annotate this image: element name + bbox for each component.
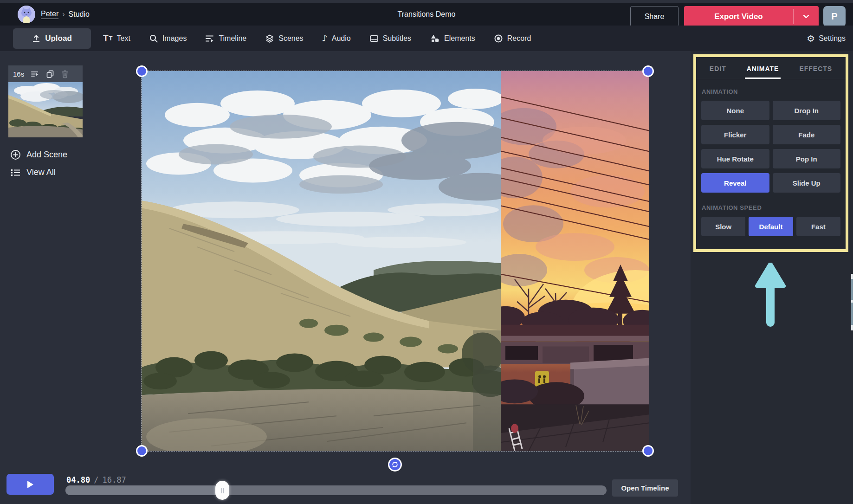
share-button[interactable]: Share [630,6,679,27]
header-bar: Transitions Demo Peter › Studio [0,3,853,26]
upload-label: Upload [45,34,72,43]
timeline-icon [205,34,214,43]
scene-reorder-icon[interactable] [31,70,39,78]
seek-bar[interactable] [65,485,607,495]
layers-icon [265,34,274,43]
animation-option-pop-in[interactable]: Pop In [773,149,841,168]
toolbar-item-label: Text [117,34,130,43]
animation-option-hue-rotate[interactable]: Hue Rotate [701,149,769,168]
toolbar-item-scenes[interactable]: Scenes [265,34,303,43]
toolbar-items: TT Text Images Tim [103,26,531,51]
top-strip [0,0,853,3]
inspector-tabs: EDIT ANIMATE EFFECTS [696,57,846,79]
settings-label: Settings [819,34,846,43]
toolbar-item-text[interactable]: TT Text [103,34,130,43]
tab-animate[interactable]: ANIMATE [745,58,781,79]
toolbar-item-label: Images [162,34,187,43]
upload-button[interactable]: Upload [13,28,91,49]
export-video-label: Export Video [684,6,793,27]
record-icon [494,34,503,43]
view-all-button[interactable]: View All [10,167,56,178]
breadcrumb: Peter › Studio [41,3,90,26]
open-timeline-button[interactable]: Open Timeline [612,479,678,497]
animation-heading: ANIMATION [702,88,846,95]
tab-edit[interactable]: EDIT [708,58,728,79]
toolbar-item-label: Scenes [278,34,303,43]
total-time: 16.87 [102,475,126,485]
scene-card-header: 16s [8,65,83,82]
animation-options: None Drop In Flicker Fade Hue Rotate Pop… [696,101,846,193]
export-video-button[interactable]: Export Video [684,6,819,27]
subtitles-icon [369,34,379,43]
breadcrumb-page: Studio [69,10,90,19]
list-icon [10,167,21,178]
animation-option-slide-up[interactable]: Slide Up [773,173,841,193]
profile-badge[interactable]: P [823,6,846,27]
speed-option-slow[interactable]: Slow [701,217,745,236]
speed-options: Slow Default Fast [696,217,846,236]
toolbar-item-images[interactable]: Images [149,34,187,43]
toolbar-item-elements[interactable]: Elements [430,34,475,43]
animation-option-flicker[interactable]: Flicker [701,125,769,144]
toolbar-item-label: Elements [444,34,475,43]
rotate-icon [391,461,399,468]
inspector-panel: EDIT ANIMATE EFFECTS ANIMATION None Drop… [693,54,848,252]
music-note-icon: ♪ [322,34,328,43]
cat-avatar-icon [18,6,35,23]
time-separator: / [94,475,98,485]
scene-card[interactable]: 16s [8,65,83,137]
current-time: 04.80 [66,475,90,485]
breadcrumb-separator: › [62,10,65,19]
scene-delete-icon[interactable] [61,70,69,78]
clipped-edge-element [851,274,853,330]
toolbar-item-subtitles[interactable]: Subtitles [369,34,411,43]
play-button[interactable] [6,474,54,495]
upload-icon [32,34,40,43]
text-icon: TT [103,34,113,43]
progress-played [65,485,222,495]
chevron-down-icon [803,14,809,19]
plus-circle-icon [10,149,21,160]
selection-handle-bottom-right[interactable] [642,445,654,457]
hills-photo-layer[interactable] [142,71,501,451]
selected-layer[interactable] [141,71,649,452]
scene-thumbnail[interactable] [8,82,83,137]
main-toolbar: Upload TT Text Images [0,26,853,51]
animation-option-fade[interactable]: Fade [773,125,841,144]
sunset-photo-layer[interactable] [501,71,649,451]
animation-option-none[interactable]: None [701,101,769,120]
animation-option-reveal[interactable]: Reveal [701,173,769,193]
view-all-label: View All [26,168,56,177]
scene-duration-badge: 16s [13,70,24,78]
gear-icon: ⚙ [807,34,815,43]
shapes-icon [430,34,440,43]
speed-option-default[interactable]: Default [749,217,793,236]
toolbar-item-label: Record [507,34,531,43]
settings-button[interactable]: ⚙ Settings [807,26,846,51]
toolbar-item-record[interactable]: Record [494,34,531,43]
kapwing-studio-app: Transitions Demo Peter › Studio [0,0,853,504]
selection-handle-top-right[interactable] [642,65,654,77]
add-scene-button[interactable]: Add Scene [10,149,67,160]
export-options-button[interactable] [794,6,819,27]
toolbar-item-timeline[interactable]: Timeline [205,34,246,43]
cue-arrow-icon [755,263,786,328]
user-avatar[interactable] [18,6,35,23]
animation-option-drop-in[interactable]: Drop In [773,101,841,120]
breadcrumb-user-link[interactable]: Peter [41,10,58,19]
selection-handle-bottom-left[interactable] [136,445,148,457]
toolbar-item-audio[interactable]: ♪ Audio [322,34,351,43]
play-icon [26,480,34,489]
selection-handle-top-left[interactable] [136,65,148,77]
toolbar-item-label: Timeline [219,34,246,43]
rotate-handle[interactable] [388,458,402,472]
search-icon [149,34,158,43]
scene-duplicate-icon[interactable] [46,70,54,78]
toolbar-item-label: Audio [332,34,351,43]
tab-effects[interactable]: EFFECTS [797,58,834,79]
animation-speed-heading: ANIMATION SPEED [702,204,846,211]
speed-option-fast[interactable]: Fast [796,217,840,236]
add-scene-label: Add Scene [26,150,67,160]
toolbar-item-label: Subtitles [383,34,411,43]
progress-handle[interactable] [215,481,229,500]
